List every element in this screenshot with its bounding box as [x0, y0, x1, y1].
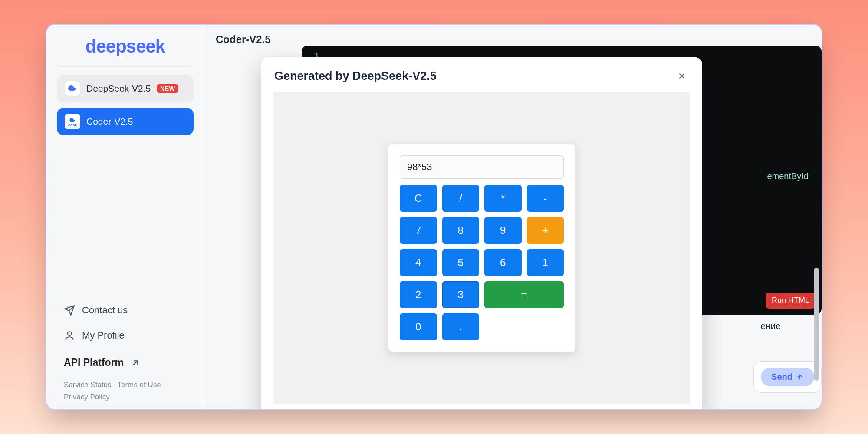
legal-terms[interactable]: Terms of Use — [117, 381, 161, 389]
key-divide[interactable]: / — [442, 185, 480, 212]
external-link-icon — [131, 358, 140, 368]
key-1[interactable]: 1 — [527, 249, 564, 276]
badge-new: NEW — [157, 84, 178, 93]
composer-box[interactable]: Send — [753, 361, 822, 393]
key-8[interactable]: 8 — [442, 217, 480, 244]
footer-legal: Service Status · Terms of Use · Privacy … — [46, 377, 204, 403]
link-label: Contact us — [82, 305, 128, 316]
send-button[interactable]: Send — [761, 368, 814, 386]
code-icon: CODE — [65, 114, 80, 129]
title-row: Coder-V2.5 — [204, 25, 822, 46]
logo: deepseek — [46, 36, 204, 59]
legal-privacy[interactable]: Privacy Policy — [64, 393, 110, 401]
my-profile-link[interactable]: My Profile — [46, 323, 204, 348]
key-0[interactable]: 0 — [400, 313, 437, 340]
close-icon — [677, 71, 687, 81]
key-6[interactable]: 6 — [484, 249, 522, 276]
key-4[interactable]: 4 — [400, 249, 437, 276]
whale-icon — [65, 81, 80, 96]
contact-us-link[interactable]: Contact us — [46, 298, 204, 323]
legal-service-status[interactable]: Service Status — [64, 381, 112, 389]
sidebar-item-deepseek-v25[interactable]: DeepSeek-V2.5 NEW — [57, 75, 194, 102]
key-multiply[interactable]: * — [484, 185, 522, 212]
paper-plane-icon — [64, 305, 75, 316]
code-fragment: ementById — [767, 171, 809, 181]
calculator-display[interactable] — [400, 155, 564, 179]
calculator: C / * - 7 8 9 + 4 5 6 1 2 3 = 0 . — [388, 144, 575, 352]
send-label: Send — [771, 372, 792, 382]
link-label: My Profile — [82, 330, 125, 341]
key-5[interactable]: 5 — [442, 249, 480, 276]
key-dot[interactable]: . — [442, 313, 480, 340]
key-plus[interactable]: + — [527, 217, 564, 244]
sidebar-item-label: Coder-V2.5 — [86, 116, 133, 127]
link-label: API Platform — [64, 357, 124, 368]
sidebar: deepseek DeepSeek-V2.5 NEW CODE Coder-V2… — [46, 25, 204, 409]
calculator-keypad: C / * - 7 8 9 + 4 5 6 1 2 3 = 0 . — [400, 185, 564, 340]
key-3[interactable]: 3 — [442, 281, 480, 308]
generated-preview-modal: Generated by DeepSeek-V2.5 C / * - 7 8 9… — [261, 57, 702, 410]
page-title: Coder-V2.5 — [216, 33, 271, 46]
key-2[interactable]: 2 — [400, 281, 437, 308]
modal-title: Generated by DeepSeek-V2.5 — [274, 69, 437, 83]
key-7[interactable]: 7 — [400, 217, 437, 244]
divider — [59, 66, 191, 67]
arrow-up-icon — [796, 373, 804, 381]
key-minus[interactable]: - — [527, 185, 564, 212]
modal-body: C / * - 7 8 9 + 4 5 6 1 2 3 = 0 . — [273, 92, 690, 404]
app-window: deepseek DeepSeek-V2.5 NEW CODE Coder-V2… — [46, 24, 822, 410]
api-platform-link[interactable]: API Platform — [46, 348, 204, 377]
key-clear[interactable]: C — [400, 185, 437, 212]
key-equals[interactable]: = — [484, 281, 564, 308]
key-9[interactable]: 9 — [484, 217, 522, 244]
scrollbar-thumb[interactable] — [814, 268, 819, 381]
user-icon — [64, 330, 75, 341]
sidebar-item-label: DeepSeek-V2.5 — [86, 83, 151, 94]
sidebar-item-coder-v25[interactable]: CODE Coder-V2.5 — [57, 108, 194, 135]
svg-point-0 — [68, 332, 72, 335]
close-button[interactable] — [674, 69, 689, 83]
run-html-button[interactable]: Run HTML — [766, 293, 815, 309]
